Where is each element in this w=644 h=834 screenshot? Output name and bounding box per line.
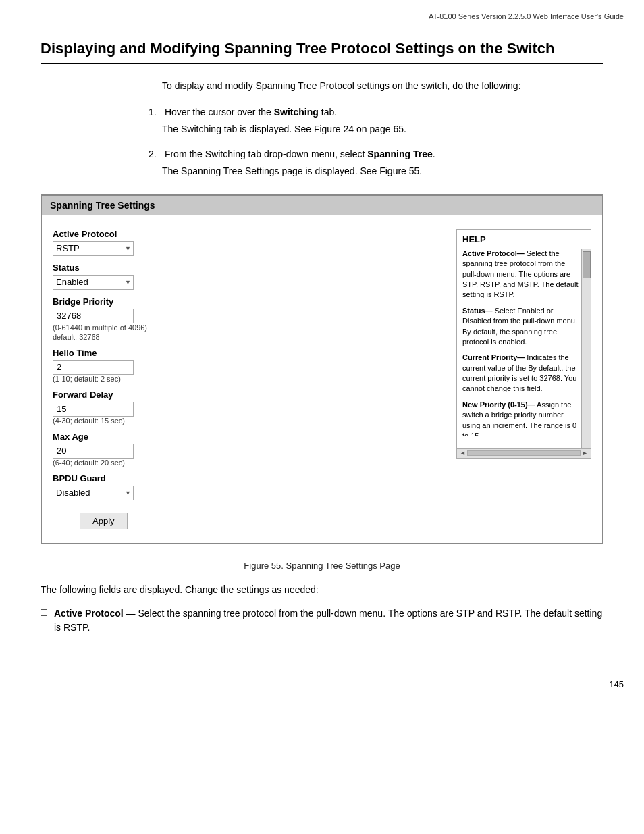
- status-row: Status Enabled Disabled: [53, 263, 443, 290]
- forward-delay-input[interactable]: [53, 402, 134, 417]
- help-current-priority: Current Priority— Indicates the current …: [462, 353, 579, 394]
- header-text: AT-8100 Series Version 2.2.5.0 Web Inter…: [429, 12, 624, 20]
- status-select-wrapper[interactable]: Enabled Disabled: [53, 275, 134, 290]
- status-select[interactable]: Enabled Disabled: [53, 275, 134, 290]
- bullet-active-protocol: Active Protocol — Select the spanning tr…: [41, 606, 603, 635]
- step-2: 2. From the Switching tab drop-down menu…: [149, 147, 603, 178]
- max-age-row: Max Age (6-40; default: 20 sec): [53, 432, 443, 467]
- bridge-priority-row: Bridge Priority (0-61440 in multiple of …: [53, 296, 443, 341]
- step-2-number: 2.: [149, 147, 162, 161]
- forward-delay-label: Forward Delay: [53, 390, 443, 400]
- help-np-term: New Priority (0-15)—: [462, 400, 535, 409]
- steps-list: 1. Hover the cursor over the Switching t…: [149, 105, 603, 178]
- page-title: Displaying and Modifying Spanning Tree P…: [41, 39, 603, 59]
- active-protocol-label: Active Protocol: [53, 229, 443, 239]
- step-1-instruction: Hover the cursor over the Switching tab.: [165, 107, 337, 118]
- figure-title-bar: Spanning Tree Settings: [42, 196, 602, 215]
- scrollbar-thumb: [583, 251, 591, 278]
- active-protocol-row: Active Protocol RSTP STP MSTP: [53, 229, 443, 256]
- scroll-right-icon: ►: [582, 449, 588, 458]
- max-age-label: Max Age: [53, 432, 443, 442]
- step-2-note: The Spanning Tree Settings page is displ…: [162, 164, 603, 178]
- intro-text: To display and modify Spanning Tree Prot…: [162, 79, 603, 93]
- step-1-note: The Switching tab is displayed. See Figu…: [162, 122, 603, 136]
- hello-time-label: Hello Time: [53, 348, 443, 358]
- scroll-left-icon: ◄: [460, 449, 466, 458]
- apply-row: Apply: [53, 513, 443, 529]
- apply-button[interactable]: Apply: [80, 513, 128, 529]
- form-fields: Active Protocol RSTP STP MSTP Status: [53, 229, 443, 529]
- bullet-square-icon: [41, 609, 47, 616]
- forward-delay-hint: (4-30; default: 15 sec): [53, 417, 443, 425]
- forward-delay-row: Forward Delay (4-30; default: 15 sec): [53, 390, 443, 425]
- help-title: HELP: [457, 230, 591, 249]
- help-horizontal-scrollbar[interactable]: ◄ ►: [457, 448, 591, 458]
- bridge-priority-hint2: default: 32768: [53, 333, 443, 341]
- step-1-number: 1.: [149, 105, 162, 120]
- bpdu-guard-label: BPDU Guard: [53, 473, 443, 484]
- help-ap-term: Active Protocol—: [462, 249, 525, 257]
- title-divider: [41, 63, 603, 64]
- scroll-thumb-h: [467, 450, 581, 456]
- status-label: Status: [53, 263, 443, 273]
- help-status: Status— Select Enabled or Disabled from …: [462, 306, 579, 348]
- hello-time-input[interactable]: [53, 360, 134, 375]
- step-2-instruction: From the Switching tab drop-down menu, s…: [165, 149, 435, 159]
- bullet-ap-body: — Select the spanning tree protocol from…: [54, 608, 602, 633]
- following-text: The following fields are displayed. Chan…: [41, 583, 603, 597]
- bridge-priority-input[interactable]: [53, 309, 134, 323]
- help-cp-term: Current Priority—: [462, 353, 525, 361]
- bpdu-guard-select[interactable]: Disabled Enabled: [53, 486, 134, 500]
- step-1: 1. Hover the cursor over the Switching t…: [149, 105, 603, 136]
- bpdu-guard-select-wrapper[interactable]: Disabled Enabled: [53, 486, 134, 500]
- bridge-priority-hint1: (0-61440 in multiple of 4096): [53, 323, 443, 332]
- active-protocol-select[interactable]: RSTP STP MSTP: [53, 241, 134, 256]
- page-number-text: 145: [609, 679, 624, 689]
- help-new-priority: New Priority (0-15)— Assign the switch a…: [462, 400, 579, 436]
- hello-time-row: Hello Time (1-10; default: 2 sec): [53, 348, 443, 383]
- bridge-priority-label: Bridge Priority: [53, 296, 443, 307]
- bullet-ap-term: Active Protocol: [54, 608, 124, 619]
- active-protocol-select-wrapper[interactable]: RSTP STP MSTP: [53, 241, 134, 256]
- max-age-hint: (6-40; default: 20 sec): [53, 459, 443, 467]
- hello-time-hint: (1-10; default: 2 sec): [53, 375, 443, 383]
- help-active-protocol: Active Protocol— Select the spanning tre…: [462, 249, 579, 301]
- bullet-active-protocol-text: Active Protocol — Select the spanning tr…: [54, 606, 603, 635]
- help-status-term: Status—: [462, 307, 493, 315]
- figure-caption: Figure 55. Spanning Tree Settings Page: [41, 561, 603, 571]
- help-content: Active Protocol— Select the spanning tre…: [457, 249, 591, 436]
- help-scrollbar[interactable]: [581, 249, 591, 457]
- page-number: 145: [0, 673, 644, 696]
- spanning-tree-settings-figure: Spanning Tree Settings Active Protocol R…: [41, 194, 603, 544]
- help-box: HELP Active Protocol— Select the spannin…: [456, 229, 591, 459]
- max-age-input[interactable]: [53, 444, 134, 459]
- bpdu-guard-row: BPDU Guard Disabled Enabled: [53, 473, 443, 500]
- figure-inner: Active Protocol RSTP STP MSTP Status: [42, 215, 602, 543]
- figure-title: Spanning Tree Settings: [50, 200, 155, 211]
